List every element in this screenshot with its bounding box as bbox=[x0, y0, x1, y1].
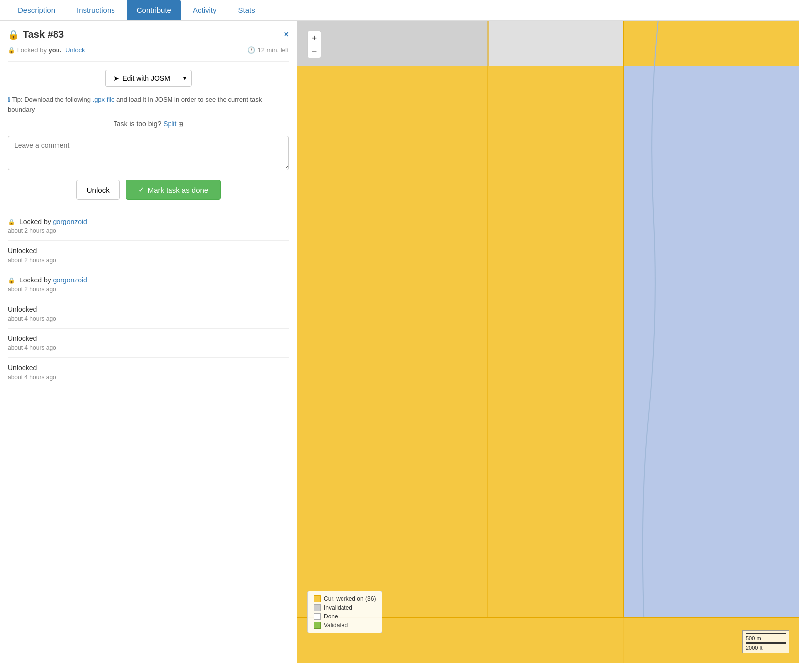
legend-color-done bbox=[314, 613, 321, 620]
edit-with-josm-button[interactable]: ➤ Edit with JOSM bbox=[105, 70, 178, 87]
activity-title: Unlocked bbox=[8, 364, 289, 372]
checkmark-icon: ✓ bbox=[138, 185, 145, 194]
scale-imperial-label: 2000 ft bbox=[746, 645, 786, 651]
edit-button-area: ➤ Edit with JOSM ▾ bbox=[8, 70, 289, 87]
unlock-link[interactable]: Unlock bbox=[65, 46, 85, 54]
legend-item-invalidated: Invalidated bbox=[314, 604, 376, 611]
activity-item: Unlocked about 4 hours ago bbox=[8, 329, 289, 358]
legend-label-current: Cur. worked on (36) bbox=[324, 595, 376, 602]
lock-info-row: 🔒 Locked by you. Unlock 🕐 12 min. left bbox=[8, 46, 289, 62]
tab-stats[interactable]: Stats bbox=[228, 0, 265, 20]
activity-time: about 4 hours ago bbox=[8, 315, 289, 322]
activity-title: Unlocked bbox=[8, 305, 289, 313]
mark-done-button[interactable]: ✓ Mark task as done bbox=[126, 180, 221, 200]
scale-bar: 500 m 2000 ft bbox=[742, 630, 789, 653]
activity-time: about 4 hours ago bbox=[8, 344, 289, 351]
activity-time: about 2 hours ago bbox=[8, 286, 289, 293]
svg-rect-4 bbox=[297, 66, 488, 617]
edit-button-group: ➤ Edit with JOSM ▾ bbox=[105, 70, 192, 87]
gpx-file-link[interactable]: .gpx file bbox=[93, 96, 115, 103]
legend-label-invalidated: Invalidated bbox=[324, 604, 352, 611]
legend-item-validated: Validated bbox=[314, 622, 376, 629]
lock-small-icon: 🔒 bbox=[8, 47, 15, 54]
activity-log: 🔒 Locked by gorgonzoid about 2 hours ago… bbox=[8, 212, 289, 387]
time-left: 🕐 12 min. left bbox=[247, 46, 289, 54]
locked-by-prefix: Locked by bbox=[17, 46, 47, 54]
unlock-button[interactable]: Unlock bbox=[76, 180, 120, 200]
tip-text: ℹ Tip: Download the following .gpx file … bbox=[8, 95, 289, 114]
activity-title: Unlocked bbox=[8, 335, 289, 342]
map-legend: Cur. worked on (36) Invalidated Done Val… bbox=[307, 591, 382, 633]
activity-item: Unlocked about 4 hours ago bbox=[8, 299, 289, 329]
activity-item: 🔒 Locked by gorgonzoid about 2 hours ago bbox=[8, 212, 289, 241]
svg-rect-2 bbox=[488, 21, 624, 66]
split-link[interactable]: Split bbox=[163, 120, 176, 128]
lock-icon: 🔒 bbox=[8, 29, 19, 40]
svg-rect-6 bbox=[624, 66, 799, 617]
action-buttons: Unlock ✓ Mark task as done bbox=[8, 180, 289, 200]
left-panel: 🔒 Task #83 × 🔒 Locked by you. Unlock 🕐 1… bbox=[0, 21, 297, 663]
edit-dropdown-button[interactable]: ▾ bbox=[178, 70, 192, 87]
map-controls: + − bbox=[307, 31, 321, 58]
zoom-in-button[interactable]: + bbox=[307, 31, 321, 45]
info-icon: ℹ bbox=[8, 96, 10, 103]
task-title-text: Task #83 bbox=[23, 29, 64, 40]
legend-item-done: Done bbox=[314, 613, 376, 620]
legend-label-validated: Validated bbox=[324, 622, 348, 629]
time-left-text: 12 min. left bbox=[257, 46, 289, 54]
close-button[interactable]: × bbox=[284, 29, 289, 40]
scale-line-metric bbox=[746, 633, 786, 634]
svg-rect-1 bbox=[297, 21, 488, 66]
map-svg bbox=[297, 21, 799, 663]
activity-time: about 2 hours ago bbox=[8, 257, 289, 264]
activity-lock-icon: 🔒 bbox=[8, 219, 15, 225]
activity-item: Unlocked about 2 hours ago bbox=[8, 241, 289, 270]
activity-time: about 4 hours ago bbox=[8, 374, 289, 381]
svg-rect-7 bbox=[488, 66, 624, 617]
edit-button-label: Edit with JOSM bbox=[122, 74, 170, 82]
activity-title: Unlocked bbox=[8, 247, 289, 255]
tab-instructions[interactable]: Instructions bbox=[67, 0, 125, 20]
zoom-out-button[interactable]: − bbox=[307, 45, 321, 58]
arrow-right-icon: ➤ bbox=[114, 74, 119, 82]
split-icon: ⊞ bbox=[178, 121, 183, 128]
legend-color-validated bbox=[314, 622, 321, 629]
scale-metric-label: 500 m bbox=[746, 635, 786, 641]
split-task-row: Task is too big? Split ⊞ bbox=[8, 120, 289, 128]
legend-color-invalidated bbox=[314, 604, 321, 611]
activity-time: about 2 hours ago bbox=[8, 227, 289, 234]
activity-item: 🔒 Locked by gorgonzoid about 2 hours ago bbox=[8, 270, 289, 299]
activity-lock-icon: 🔒 bbox=[8, 277, 15, 284]
task-header: 🔒 Task #83 × bbox=[8, 29, 289, 40]
activity-user-link[interactable]: gorgonzoid bbox=[53, 276, 87, 284]
caret-down-icon: ▾ bbox=[183, 75, 186, 82]
activity-locked-prefix: Locked by bbox=[19, 218, 53, 225]
legend-label-done: Done bbox=[324, 613, 338, 620]
comment-textarea[interactable] bbox=[8, 136, 289, 170]
tab-activity[interactable]: Activity bbox=[183, 0, 227, 20]
tip-prefix: Tip: Download the following bbox=[12, 96, 91, 103]
split-prefix: Task is too big? bbox=[114, 120, 162, 128]
locked-by-you: you. bbox=[49, 46, 62, 54]
clock-icon: 🕐 bbox=[247, 46, 255, 54]
nav-tabs: Description Instructions Contribute Acti… bbox=[0, 0, 799, 21]
activity-user-link[interactable]: gorgonzoid bbox=[53, 218, 87, 225]
svg-rect-3 bbox=[624, 21, 799, 66]
map-panel: + − Cur. worked on (36) Invalidated Done bbox=[297, 21, 799, 663]
scale-line-imperial bbox=[746, 642, 786, 644]
activity-title: 🔒 Locked by gorgonzoid bbox=[8, 276, 289, 284]
task-title: 🔒 Task #83 bbox=[8, 29, 64, 40]
legend-item-current: Cur. worked on (36) bbox=[314, 595, 376, 602]
activity-item: Unlocked about 4 hours ago bbox=[8, 358, 289, 387]
main-layout: 🔒 Task #83 × 🔒 Locked by you. Unlock 🕐 1… bbox=[0, 21, 799, 663]
activity-title: 🔒 Locked by gorgonzoid bbox=[8, 218, 289, 225]
mark-done-label: Mark task as done bbox=[148, 186, 209, 194]
activity-locked-prefix: Locked by bbox=[19, 276, 53, 284]
tab-contribute[interactable]: Contribute bbox=[127, 0, 181, 20]
map-area[interactable]: + − Cur. worked on (36) Invalidated Done bbox=[297, 21, 799, 663]
legend-color-current bbox=[314, 595, 321, 602]
tab-description[interactable]: Description bbox=[8, 0, 65, 20]
lock-status: 🔒 Locked by you. Unlock bbox=[8, 46, 85, 54]
